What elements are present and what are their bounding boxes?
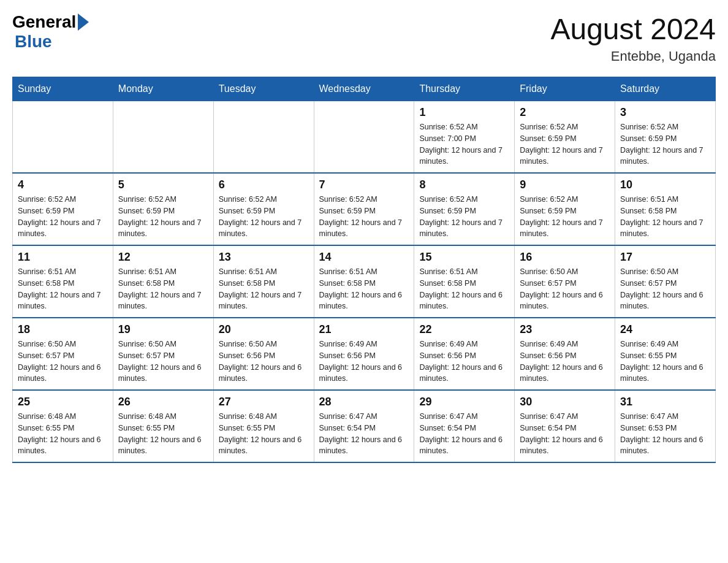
day-info: Sunrise: 6:52 AMSunset: 6:59 PMDaylight:… xyxy=(520,194,610,240)
day-number: 13 xyxy=(219,251,309,264)
day-info: Sunrise: 6:50 AMSunset: 6:57 PMDaylight:… xyxy=(620,266,710,312)
title-block: August 2024 Entebbe, Uganda xyxy=(550,12,716,64)
day-number: 29 xyxy=(419,396,509,408)
calendar-cell: 15Sunrise: 6:51 AMSunset: 6:58 PMDayligh… xyxy=(414,245,515,318)
day-number: 21 xyxy=(319,323,409,336)
calendar-cell: 7Sunrise: 6:52 AMSunset: 6:59 PMDaylight… xyxy=(314,173,414,245)
weekday-header-thursday: Thursday xyxy=(414,77,515,101)
day-number: 11 xyxy=(18,251,108,264)
day-number: 6 xyxy=(219,178,309,191)
logo-blue-text: Blue xyxy=(15,32,52,51)
weekday-header-friday: Friday xyxy=(515,77,615,101)
calendar-week-3: 11Sunrise: 6:51 AMSunset: 6:58 PMDayligh… xyxy=(13,245,716,318)
calendar-cell: 30Sunrise: 6:47 AMSunset: 6:54 PMDayligh… xyxy=(515,390,615,462)
calendar-cell: 19Sunrise: 6:50 AMSunset: 6:57 PMDayligh… xyxy=(113,318,213,390)
calendar-week-1: 1Sunrise: 6:52 AMSunset: 7:00 PMDaylight… xyxy=(13,101,716,174)
calendar-cell: 13Sunrise: 6:51 AMSunset: 6:58 PMDayligh… xyxy=(213,245,314,318)
calendar-subtitle: Entebbe, Uganda xyxy=(550,48,716,64)
calendar-cell: 9Sunrise: 6:52 AMSunset: 6:59 PMDaylight… xyxy=(515,173,615,245)
day-info: Sunrise: 6:52 AMSunset: 6:59 PMDaylight:… xyxy=(118,194,208,240)
day-info: Sunrise: 6:50 AMSunset: 6:57 PMDaylight:… xyxy=(18,339,108,385)
calendar-cell: 31Sunrise: 6:47 AMSunset: 6:53 PMDayligh… xyxy=(615,390,716,462)
calendar-cell: 20Sunrise: 6:50 AMSunset: 6:56 PMDayligh… xyxy=(213,318,314,390)
calendar-cell: 18Sunrise: 6:50 AMSunset: 6:57 PMDayligh… xyxy=(13,318,113,390)
day-info: Sunrise: 6:51 AMSunset: 6:58 PMDaylight:… xyxy=(219,266,309,312)
calendar-cell: 16Sunrise: 6:50 AMSunset: 6:57 PMDayligh… xyxy=(515,245,615,318)
day-info: Sunrise: 6:47 AMSunset: 6:54 PMDaylight:… xyxy=(419,411,509,457)
day-info: Sunrise: 6:52 AMSunset: 6:59 PMDaylight:… xyxy=(18,194,108,240)
logo: General Blue xyxy=(12,12,91,52)
day-number: 2 xyxy=(520,106,610,119)
calendar-table: SundayMondayTuesdayWednesdayThursdayFrid… xyxy=(12,77,716,463)
weekday-header-tuesday: Tuesday xyxy=(213,77,314,101)
calendar-cell: 26Sunrise: 6:48 AMSunset: 6:55 PMDayligh… xyxy=(113,390,213,462)
calendar-week-2: 4Sunrise: 6:52 AMSunset: 6:59 PMDaylight… xyxy=(13,173,716,245)
day-info: Sunrise: 6:47 AMSunset: 6:53 PMDaylight:… xyxy=(620,411,710,457)
day-number: 28 xyxy=(319,396,409,408)
day-info: Sunrise: 6:50 AMSunset: 6:57 PMDaylight:… xyxy=(520,266,610,312)
logo-general-text: General xyxy=(12,12,76,32)
calendar-cell: 21Sunrise: 6:49 AMSunset: 6:56 PMDayligh… xyxy=(314,318,414,390)
day-number: 27 xyxy=(219,396,309,408)
calendar-cell: 5Sunrise: 6:52 AMSunset: 6:59 PMDaylight… xyxy=(113,173,213,245)
calendar-cell: 2Sunrise: 6:52 AMSunset: 6:59 PMDaylight… xyxy=(515,101,615,174)
day-info: Sunrise: 6:52 AMSunset: 6:59 PMDaylight:… xyxy=(620,121,710,167)
calendar-cell: 4Sunrise: 6:52 AMSunset: 6:59 PMDaylight… xyxy=(13,173,113,245)
calendar-cell: 23Sunrise: 6:49 AMSunset: 6:56 PMDayligh… xyxy=(515,318,615,390)
day-number: 16 xyxy=(520,251,610,264)
day-number: 23 xyxy=(520,323,610,336)
calendar-cell: 12Sunrise: 6:51 AMSunset: 6:58 PMDayligh… xyxy=(113,245,213,318)
day-number: 30 xyxy=(520,396,610,408)
day-info: Sunrise: 6:52 AMSunset: 6:59 PMDaylight:… xyxy=(419,194,509,240)
calendar-cell: 10Sunrise: 6:51 AMSunset: 6:58 PMDayligh… xyxy=(615,173,716,245)
day-number: 4 xyxy=(18,178,108,191)
page-header: General Blue August 2024 Entebbe, Uganda xyxy=(12,12,716,64)
weekday-header-monday: Monday xyxy=(113,77,213,101)
calendar-week-5: 25Sunrise: 6:48 AMSunset: 6:55 PMDayligh… xyxy=(13,390,716,462)
logo-arrow-icon xyxy=(78,13,89,31)
calendar-cell: 25Sunrise: 6:48 AMSunset: 6:55 PMDayligh… xyxy=(13,390,113,462)
day-info: Sunrise: 6:49 AMSunset: 6:56 PMDaylight:… xyxy=(419,339,509,385)
day-number: 9 xyxy=(520,178,610,191)
calendar-cell: 24Sunrise: 6:49 AMSunset: 6:55 PMDayligh… xyxy=(615,318,716,390)
day-info: Sunrise: 6:47 AMSunset: 6:54 PMDaylight:… xyxy=(520,411,610,457)
day-number: 17 xyxy=(620,251,710,264)
calendar-cell xyxy=(13,101,113,174)
day-info: Sunrise: 6:51 AMSunset: 6:58 PMDaylight:… xyxy=(319,266,409,312)
calendar-cell: 29Sunrise: 6:47 AMSunset: 6:54 PMDayligh… xyxy=(414,390,515,462)
calendar-week-4: 18Sunrise: 6:50 AMSunset: 6:57 PMDayligh… xyxy=(13,318,716,390)
day-number: 24 xyxy=(620,323,710,336)
calendar-cell: 27Sunrise: 6:48 AMSunset: 6:55 PMDayligh… xyxy=(213,390,314,462)
day-number: 20 xyxy=(219,323,309,336)
day-number: 19 xyxy=(118,323,208,336)
day-info: Sunrise: 6:51 AMSunset: 6:58 PMDaylight:… xyxy=(620,194,710,240)
day-number: 25 xyxy=(18,396,108,408)
calendar-cell xyxy=(113,101,213,174)
day-info: Sunrise: 6:52 AMSunset: 6:59 PMDaylight:… xyxy=(319,194,409,240)
day-info: Sunrise: 6:48 AMSunset: 6:55 PMDaylight:… xyxy=(18,411,108,457)
calendar-cell: 14Sunrise: 6:51 AMSunset: 6:58 PMDayligh… xyxy=(314,245,414,318)
day-number: 18 xyxy=(18,323,108,336)
day-info: Sunrise: 6:52 AMSunset: 7:00 PMDaylight:… xyxy=(419,121,509,167)
calendar-cell: 22Sunrise: 6:49 AMSunset: 6:56 PMDayligh… xyxy=(414,318,515,390)
day-number: 14 xyxy=(319,251,409,264)
calendar-cell xyxy=(314,101,414,174)
day-number: 15 xyxy=(419,251,509,264)
day-number: 10 xyxy=(620,178,710,191)
day-number: 26 xyxy=(118,396,208,408)
calendar-title: August 2024 xyxy=(550,12,716,46)
day-info: Sunrise: 6:47 AMSunset: 6:54 PMDaylight:… xyxy=(319,411,409,457)
calendar-cell: 1Sunrise: 6:52 AMSunset: 7:00 PMDaylight… xyxy=(414,101,515,174)
day-number: 31 xyxy=(620,396,710,408)
weekday-header-row: SundayMondayTuesdayWednesdayThursdayFrid… xyxy=(13,77,716,101)
day-number: 1 xyxy=(419,106,509,119)
day-info: Sunrise: 6:48 AMSunset: 6:55 PMDaylight:… xyxy=(118,411,208,457)
day-number: 5 xyxy=(118,178,208,191)
day-number: 8 xyxy=(419,178,509,191)
day-info: Sunrise: 6:52 AMSunset: 6:59 PMDaylight:… xyxy=(219,194,309,240)
day-info: Sunrise: 6:51 AMSunset: 6:58 PMDaylight:… xyxy=(118,266,208,312)
calendar-cell: 6Sunrise: 6:52 AMSunset: 6:59 PMDaylight… xyxy=(213,173,314,245)
day-number: 7 xyxy=(319,178,409,191)
calendar-cell: 11Sunrise: 6:51 AMSunset: 6:58 PMDayligh… xyxy=(13,245,113,318)
day-info: Sunrise: 6:49 AMSunset: 6:56 PMDaylight:… xyxy=(520,339,610,385)
